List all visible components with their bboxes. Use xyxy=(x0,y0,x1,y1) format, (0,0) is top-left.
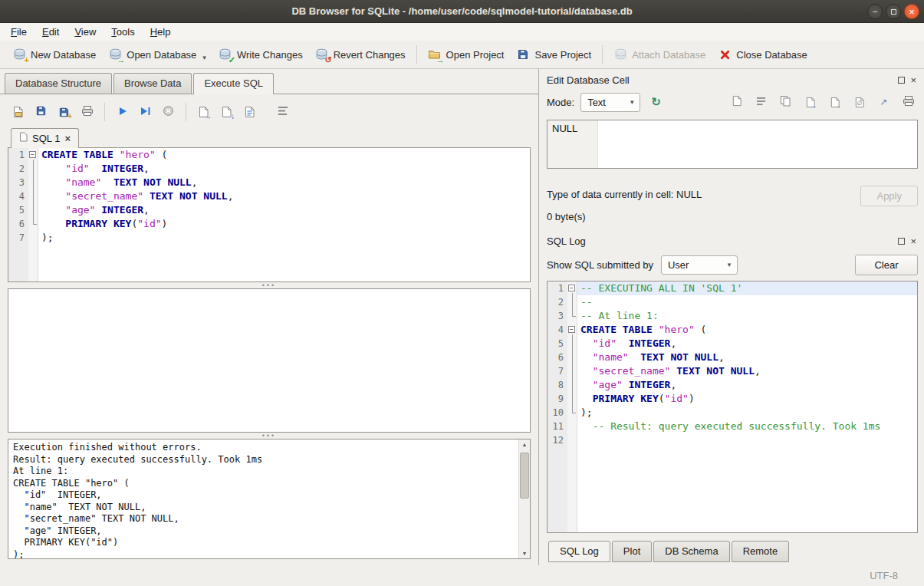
save-sql-file-button[interactable] xyxy=(31,102,51,123)
bottom-tabbar: SQL Log Plot DB Schema Remote xyxy=(547,541,918,562)
messages-pane[interactable]: Execution finished without errors.Result… xyxy=(8,439,531,559)
message-line: ); xyxy=(13,549,515,560)
text-view-button[interactable] xyxy=(727,93,746,112)
execute-all-button[interactable] xyxy=(112,102,133,123)
message-line: PRIMARY KEY("id") xyxy=(13,537,515,549)
message-lines: Execution finished without errors.Result… xyxy=(8,440,530,559)
save-sql-as-button[interactable]: + xyxy=(54,102,74,123)
main-area: Database Structure Browse Data Execute S… xyxy=(0,69,924,565)
close-button[interactable]: × xyxy=(904,4,919,19)
svg-text:∅: ∅ xyxy=(857,100,862,107)
fold-marker xyxy=(567,337,577,351)
save-sql-as-icon: + xyxy=(58,107,70,118)
line-number: 1 xyxy=(547,281,567,295)
mode-select[interactable]: Text ▾ xyxy=(580,93,640,112)
line-number: 7 xyxy=(547,364,567,378)
close-database-button[interactable]: Close Database xyxy=(712,44,814,65)
save-sql-file-icon xyxy=(35,105,47,119)
splitter-handle[interactable]: ••• xyxy=(8,433,531,439)
scroll-down-icon[interactable]: ▼ xyxy=(519,548,530,558)
edit-sql-icon xyxy=(244,106,255,118)
line-number: 3 xyxy=(547,309,567,323)
tab-plot[interactable]: Plot xyxy=(612,541,652,562)
execute-all-icon xyxy=(117,106,128,119)
menu-file[interactable]: File xyxy=(3,25,35,39)
splitter-handle[interactable]: ••• xyxy=(8,282,531,288)
revert-changes-button[interactable]: ↺ Revert Changes xyxy=(309,44,412,65)
scrollbar-thumb[interactable] xyxy=(520,453,529,499)
print-sql-button[interactable] xyxy=(77,102,97,123)
close-panel-icon[interactable]: × xyxy=(910,236,916,246)
scroll-up-icon[interactable]: ▲ xyxy=(519,440,530,449)
minimize-button[interactable]: − xyxy=(867,4,883,19)
tab-db-schema[interactable]: DB Schema xyxy=(653,541,729,562)
copy-cell-button[interactable] xyxy=(776,93,795,112)
edit-sql-button[interactable] xyxy=(239,102,260,123)
export-cell-button[interactable]: → xyxy=(825,93,844,112)
import-cell-button[interactable]: → xyxy=(801,93,820,112)
message-line: "age" INTEGER, xyxy=(13,525,515,538)
vertical-scrollbar[interactable]: ▲ ▼ xyxy=(518,440,530,558)
open-external-button[interactable]: ↗ xyxy=(874,93,893,112)
tab-browse-data[interactable]: Browse Data xyxy=(113,73,192,94)
sql-tab[interactable]: SQL 1 × xyxy=(11,128,79,148)
close-panel-icon[interactable]: × xyxy=(910,75,916,85)
clear-button[interactable]: Clear xyxy=(855,255,918,275)
tab-database-structure[interactable]: Database Structure xyxy=(5,73,112,94)
new-database-button[interactable]: + New Database xyxy=(6,44,102,65)
attach-database-icon xyxy=(613,48,627,61)
tab-sql-log[interactable]: SQL Log xyxy=(548,541,610,562)
menu-edit[interactable]: Edit xyxy=(35,25,67,39)
menu-help[interactable]: Help xyxy=(143,25,179,39)
menu-tools[interactable]: Tools xyxy=(104,25,142,39)
export-results-icon: → xyxy=(198,106,209,118)
float-panel-icon[interactable] xyxy=(898,77,905,84)
auto-switch-mode-button[interactable]: ↻ xyxy=(646,93,666,112)
scrollbar-track[interactable] xyxy=(519,449,530,548)
tab-remote[interactable]: Remote xyxy=(732,541,790,562)
save-results-button[interactable]: ↓ xyxy=(216,102,237,123)
cell-size-text: 0 byte(s) xyxy=(547,211,918,222)
toolbar-separator xyxy=(416,45,417,64)
chevron-down-icon[interactable]: ▾ xyxy=(202,54,206,61)
execute-current-line-button[interactable] xyxy=(135,102,156,123)
format-sql-icon xyxy=(278,106,289,118)
stop-execution-button[interactable] xyxy=(158,102,179,123)
export-results-button[interactable]: → xyxy=(193,102,214,123)
write-changes-button[interactable]: ✓ Write Changes xyxy=(212,44,309,65)
results-grid[interactable] xyxy=(8,288,531,433)
close-tab-icon[interactable]: × xyxy=(64,133,71,144)
code-line: PRIMARY KEY("id") xyxy=(41,217,530,231)
format-sql-button[interactable] xyxy=(273,102,294,123)
menubar: File Edit View Tools Help xyxy=(0,23,924,41)
sql-editor[interactable]: 1234567−CREATE TABLE "hero" ( "id" INTEG… xyxy=(8,148,531,282)
word-wrap-button[interactable] xyxy=(751,93,771,112)
sql-file-icon xyxy=(19,132,28,144)
float-panel-icon[interactable] xyxy=(898,238,905,245)
fold-marker xyxy=(567,420,577,433)
tab-execute-sql[interactable]: Execute SQL xyxy=(193,73,274,94)
print-cell-button[interactable] xyxy=(899,93,918,112)
open-database-button[interactable]: → Open Database ▾ xyxy=(102,44,212,65)
set-null-button[interactable]: ∅ xyxy=(850,93,869,112)
export-icon: → xyxy=(830,97,840,108)
open-sql-file-button[interactable] xyxy=(8,102,28,123)
fold-marker xyxy=(28,189,38,203)
write-changes-icon: ✓ xyxy=(219,48,232,61)
save-project-button[interactable]: Save Project xyxy=(510,44,597,65)
code-line: "name" TEXT NOT NULL, xyxy=(41,176,530,189)
apply-button[interactable]: Apply xyxy=(860,186,918,206)
attach-database-button[interactable]: Attach Database xyxy=(607,44,712,65)
line-number: 11 xyxy=(547,420,567,433)
code-line xyxy=(580,433,917,447)
app-window: DB Browser for SQLite - /home/user/code/… xyxy=(0,0,924,586)
code-line: CREATE TABLE "hero" ( xyxy=(41,148,530,162)
execute-current-line-icon xyxy=(140,106,151,119)
encoding-label: UTF-8 xyxy=(870,570,898,581)
menu-view[interactable]: View xyxy=(67,25,104,39)
submitter-select[interactable]: User ▾ xyxy=(661,255,738,275)
sql-log-editor[interactable]: 123456789101112−−-- EXECUTING ALL IN 'SQ… xyxy=(547,281,918,533)
maximize-button[interactable] xyxy=(886,4,901,19)
cell-editor[interactable]: NULL xyxy=(547,120,918,169)
open-project-button[interactable]: → Open Project xyxy=(422,44,511,65)
